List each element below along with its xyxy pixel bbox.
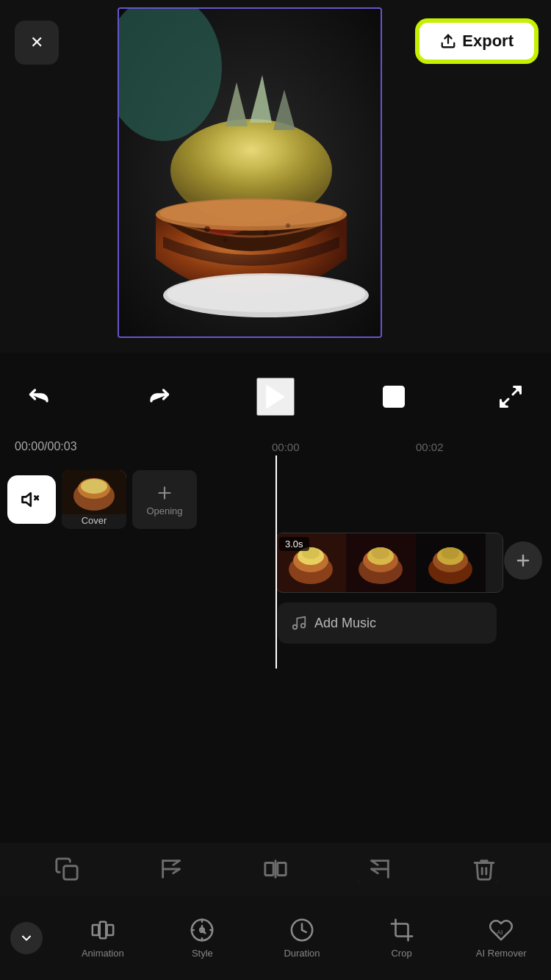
svg-rect-51 <box>64 866 77 879</box>
playhead <box>276 455 277 669</box>
start-trim-button[interactable] <box>153 851 190 887</box>
clip-img-2 <box>346 533 416 593</box>
chevron-down-icon <box>19 931 34 945</box>
add-music-label: Add Music <box>314 616 376 631</box>
close-button[interactable]: ✕ <box>15 21 59 65</box>
duplicate-icon <box>54 857 79 882</box>
plus-icon-add <box>514 552 532 569</box>
svg-rect-58 <box>278 863 286 876</box>
ai-remover-label: AI Remover <box>476 948 527 959</box>
controls-bar <box>0 367 551 426</box>
volume-icon <box>21 489 43 511</box>
nav-item-style[interactable]: Style <box>153 896 253 980</box>
crop-icon <box>389 917 415 943</box>
nav-item-duration[interactable]: Duration <box>252 896 352 980</box>
keyframe-button[interactable] <box>375 378 412 415</box>
end-trim-icon <box>367 857 392 882</box>
svg-point-12 <box>204 226 210 232</box>
music-note-icon <box>291 615 307 631</box>
nav-collapse-button[interactable] <box>0 896 53 980</box>
clip-strip[interactable] <box>276 533 503 593</box>
fullscreen-icon <box>497 383 524 410</box>
export-icon <box>440 33 456 49</box>
fullscreen-button[interactable] <box>492 378 529 415</box>
bottom-nav: Animation Style Duration <box>0 896 551 980</box>
svg-text:AI: AI <box>497 929 503 936</box>
svg-point-29 <box>81 479 107 494</box>
svg-rect-67 <box>107 925 113 935</box>
time-mark-1: 00:00 <box>272 441 300 453</box>
time-mark-2: 00:02 <box>416 441 444 453</box>
crop-label: Crop <box>391 948 411 959</box>
svg-rect-66 <box>100 922 107 939</box>
play-button[interactable] <box>256 378 295 416</box>
clip-thumb-2 <box>346 533 416 593</box>
svg-point-49 <box>293 625 298 630</box>
undo-icon <box>27 383 54 410</box>
ai-remover-icon: AI <box>488 917 514 943</box>
collapse-circle <box>10 922 43 954</box>
close-icon: ✕ <box>30 33 43 52</box>
current-time: 00:00/00:03 <box>15 440 77 453</box>
add-clip-button[interactable] <box>504 541 542 580</box>
nav-item-crop[interactable]: Crop <box>352 896 452 980</box>
svg-point-13 <box>223 238 228 242</box>
split-icon <box>263 857 288 882</box>
svg-point-11 <box>167 275 365 312</box>
animation-label: Animation <box>82 948 124 959</box>
nav-item-ai-remover[interactable]: AI AI Remover <box>451 896 551 980</box>
end-trim-button[interactable] <box>361 851 398 887</box>
redo-icon <box>145 383 171 410</box>
play-icon <box>259 381 292 413</box>
audio-button[interactable] <box>7 475 56 524</box>
redo-button[interactable] <box>140 378 176 415</box>
cover-item[interactable]: Cover <box>62 470 126 529</box>
nav-item-animation[interactable]: Animation <box>53 896 153 980</box>
opening-label: Opening <box>146 505 182 516</box>
clip-duration-badge: 3.0s <box>279 537 309 551</box>
duration-label: Duration <box>284 948 320 959</box>
svg-marker-23 <box>23 493 31 506</box>
start-trim-icon <box>159 857 184 882</box>
cover-thumbnail <box>62 470 126 514</box>
clip-img-3 <box>416 533 486 593</box>
svg-point-9 <box>159 200 343 226</box>
animation-icon <box>90 917 116 943</box>
undo-button[interactable] <box>22 378 59 415</box>
delete-button[interactable] <box>466 851 503 887</box>
top-bar: ✕ Export <box>0 0 551 96</box>
cover-img <box>62 470 126 514</box>
svg-rect-57 <box>265 863 273 876</box>
style-icon <box>189 917 215 943</box>
svg-point-14 <box>264 231 269 236</box>
cover-label: Cover <box>82 515 107 529</box>
svg-point-50 <box>301 624 306 628</box>
plus-icon-opening <box>155 483 174 502</box>
svg-point-41 <box>372 547 389 559</box>
export-button[interactable]: Export <box>417 21 536 62</box>
style-label: Style <box>192 948 213 959</box>
svg-point-46 <box>442 547 459 559</box>
split-button[interactable] <box>257 851 294 887</box>
add-music-button[interactable]: Add Music <box>278 602 497 644</box>
svg-marker-17 <box>266 385 285 409</box>
keyframe-icon <box>381 383 407 410</box>
opening-item[interactable]: Opening <box>132 470 197 529</box>
clip-thumb-3 <box>416 533 486 593</box>
svg-point-15 <box>286 223 290 228</box>
delete-icon <box>472 857 497 882</box>
export-label: Export <box>462 32 514 51</box>
svg-rect-65 <box>93 925 98 935</box>
bottom-toolbar <box>0 843 551 896</box>
duration-icon <box>289 917 315 943</box>
duplicate-tool-button[interactable] <box>48 851 85 887</box>
